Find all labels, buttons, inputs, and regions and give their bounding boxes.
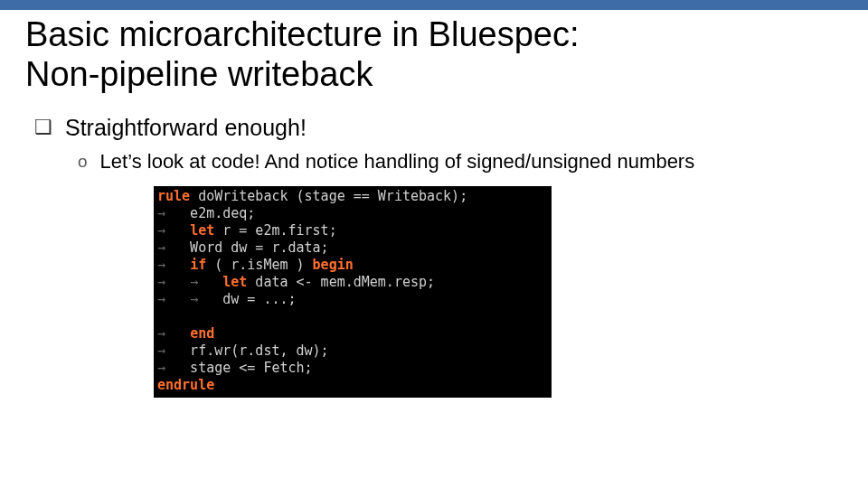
code-kw-let: let [190, 222, 214, 239]
tab-arrow-icon: → [190, 291, 198, 307]
tab-arrow-icon: → [157, 222, 165, 239]
tab-arrow-icon: → [157, 205, 165, 221]
title-line-1: Basic microarchitecture in Bluespec: [25, 15, 579, 53]
slide-content: Basic microarchitecture in Bluespec: Non… [0, 10, 868, 398]
code-kw-let: let [222, 274, 247, 290]
tab-arrow-icon: → [157, 274, 165, 290]
code-kw-rule: rule [157, 188, 190, 204]
bullet-level-1: ❑ Straightforward enough! [34, 114, 843, 141]
code-l1: doWriteback (stage == Writeback); [190, 188, 467, 204]
code-kw-begin: begin [313, 257, 354, 273]
code-l7: dw = ...; [198, 291, 296, 307]
tab-arrow-icon: → [157, 291, 165, 307]
bullet-2-text: Let’s look at code! And notice handling … [100, 150, 695, 174]
code-kw-endrule: endrule [157, 377, 214, 393]
tab-arrow-icon: → [157, 360, 165, 376]
tab-arrow-icon: → [157, 343, 165, 359]
bullet-level-2: o Let’s look at code! And notice handlin… [78, 150, 843, 174]
tab-arrow-icon: → [190, 274, 198, 290]
code-l2: e2m.deq; [165, 205, 255, 221]
code-kw-end: end [190, 325, 214, 342]
slide: Basic microarchitecture in Bluespec: Non… [0, 0, 868, 488]
code-kw-if: if [190, 257, 206, 273]
top-accent-bar [0, 0, 868, 10]
tab-arrow-icon: → [157, 325, 165, 342]
square-bullet-icon: ❑ [34, 114, 52, 141]
tab-arrow-icon: → [157, 257, 165, 273]
title-line-2: Non-pipeline writeback [25, 55, 373, 93]
code-l11: stage <= Fetch; [165, 360, 313, 376]
bullet-1-text: Straightforward enough! [65, 114, 307, 141]
code-block: rule doWriteback (stage == Writeback); →… [154, 186, 552, 398]
tab-arrow-icon: → [157, 239, 165, 256]
code-l3: r = e2m.first; [214, 222, 336, 239]
code-l5-mid: ( r.isMem ) [206, 257, 312, 273]
code-l4: Word dw = r.data; [165, 239, 329, 256]
slide-title: Basic microarchitecture in Bluespec: Non… [25, 15, 843, 94]
code-l6: data <- mem.dMem.resp; [247, 274, 435, 290]
code-l10: rf.wr(r.dst, dw); [165, 343, 329, 359]
circle-bullet-icon: o [78, 150, 88, 174]
